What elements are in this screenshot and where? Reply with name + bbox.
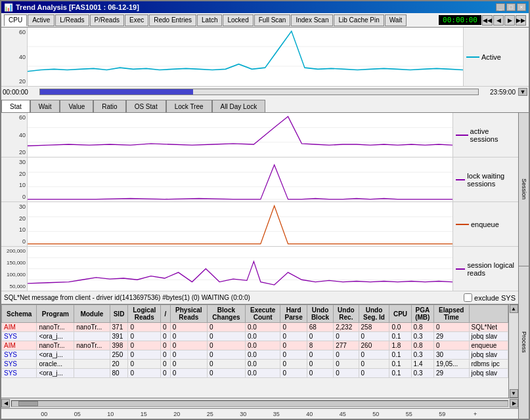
main-window: 📊 Trend Analysis [FAS1001 : 06-12-19] _ … [0, 0, 530, 420]
time-end: 23:59:00 [481, 89, 516, 96]
table-row[interactable]: AIMnanoTr...nanoTr...37100000.00682,2322… [2, 323, 508, 332]
tab-latch[interactable]: Latch [197, 14, 222, 26]
lock-waiting-legend: lock waiting sessions [453, 158, 518, 201]
tab-cpu[interactable]: CPU [4, 14, 27, 26]
col-module[interactable]: Module [74, 305, 110, 323]
scroll-left-button[interactable]: ◀ [1, 399, 10, 408]
process-panel-btn[interactable]: Process [519, 266, 529, 419]
close-button[interactable]: × [517, 3, 526, 11]
col-execute-count[interactable]: ExecuteCount [245, 305, 280, 323]
main-content: 60 40 20 [1, 113, 529, 419]
col-pga[interactable]: PGA(MB) [411, 305, 433, 323]
right-panel: Session Process [518, 113, 529, 419]
tab-wait[interactable]: Wait [30, 100, 60, 112]
tab-indexscan[interactable]: Index Scan [291, 14, 333, 26]
tick-05: 05 [61, 411, 95, 417]
nav-prev[interactable]: ◀ [493, 15, 504, 26]
col-physical-reads[interactable]: PhysicalReads [170, 305, 207, 323]
col-hard-parse[interactable]: HardParse [280, 305, 307, 323]
exclude-sys-checkbox[interactable] [464, 293, 472, 302]
col-undo-rec[interactable]: UndoRec. [334, 305, 359, 323]
expand-button[interactable]: ▼ [518, 88, 527, 96]
enqueue-chart-row: 30 20 10 0 [1, 202, 518, 247]
col-undo-seg[interactable]: UndoSeg. Id [359, 305, 389, 323]
svg-rect-0 [28, 28, 463, 86]
tab-locktree[interactable]: Lock Tree [166, 100, 212, 112]
scroll-down-button[interactable]: ▼ [510, 389, 518, 398]
tab-ratio[interactable]: Ratio [93, 100, 125, 112]
lock-waiting-color [456, 179, 465, 180]
app-icon: 📊 [4, 3, 13, 12]
scroll-track-h[interactable] [11, 400, 508, 407]
col-slash[interactable]: / [161, 305, 171, 323]
scroll-right-button[interactable]: ▶ [510, 399, 518, 408]
session-panel-btn[interactable]: Session [519, 113, 529, 266]
table-row[interactable]: SYS<ora_j...8000000.000000.10.329jobq sl… [2, 369, 508, 378]
tick-30: 30 [227, 411, 260, 417]
scroll-up-button[interactable]: ▲ [510, 304, 518, 313]
tab-preads[interactable]: P/Reads [90, 14, 124, 26]
col-elapsed[interactable]: ElapsedTime [434, 305, 469, 323]
tick-10: 10 [94, 411, 127, 417]
enqueue-chart [28, 202, 453, 246]
tab-lreads[interactable]: L/Reads [55, 14, 89, 26]
tick-20: 20 [160, 411, 194, 417]
enqueue-color [456, 224, 469, 225]
minimize-button[interactable]: _ [496, 3, 505, 11]
maximize-button[interactable]: □ [506, 3, 516, 11]
logical-reads-color [456, 268, 465, 270]
table-row[interactable]: SYS<ora_j...25000000.000000.10.330jobq s… [2, 350, 508, 360]
tab-fullscan[interactable]: Full Scan [254, 14, 291, 26]
table-header-row: Schema Program Module SID LogicalReads /… [2, 305, 508, 323]
session-table-container[interactable]: Schema Program Module SID LogicalReads /… [1, 304, 508, 398]
tab-exec[interactable]: Exec [125, 14, 148, 26]
tab-value[interactable]: Value [60, 100, 93, 112]
nav-prev-prev[interactable]: ◀◀ [482, 15, 493, 26]
col-undo-block[interactable]: UndoBlock [307, 305, 333, 323]
tab-osstat[interactable]: OS Stat [126, 100, 166, 112]
tab-locked[interactable]: Locked [223, 14, 253, 26]
active-legend-item: Active [466, 53, 526, 61]
table-row[interactable]: SYSoracle...2000000.000000.11.419,05...r… [2, 360, 508, 369]
col-cpu[interactable]: CPU [389, 305, 411, 323]
active-sessions-legend-item: active sessions [456, 127, 516, 143]
active-sessions-chart [28, 113, 453, 157]
col-block-changes[interactable]: BlockChanges [207, 305, 245, 323]
col-schema[interactable]: Schema [2, 305, 37, 323]
col-program[interactable]: Program [37, 305, 74, 323]
tab-alldaylock[interactable]: All Day Lock [212, 100, 266, 112]
chart-tabs: Stat Wait Value Ratio OS Stat Lock Tree … [1, 100, 529, 113]
tick-50: 50 [359, 411, 393, 417]
title-text: 📊 Trend Analysis [FAS1001 : 06-12-19] [4, 3, 139, 12]
progress-container[interactable] [39, 89, 479, 95]
col-logical-reads[interactable]: LogicalReads [128, 305, 161, 323]
tick-35: 35 [260, 411, 294, 417]
tab-active[interactable]: Active [28, 14, 55, 26]
nav-next[interactable]: ▶▶ [516, 15, 526, 26]
logical-reads-chart-row: 200,000 150,000 100,000 50,000 [1, 247, 518, 291]
enqueue-yaxis: 30 20 10 0 [1, 202, 28, 246]
exclude-sys-control: exclude SYS [464, 293, 516, 302]
col-sid[interactable]: SID [110, 305, 128, 323]
col-extra[interactable] [469, 305, 508, 323]
table-row[interactable]: SYS<ora_j...39100000.000000.10.329jobq s… [2, 332, 508, 341]
svg-rect-6 [28, 158, 453, 201]
tab-stat[interactable]: Stat [1, 100, 30, 112]
window-controls: _ □ × [496, 3, 526, 11]
tick-55: 55 [393, 411, 426, 417]
scroll-thumb[interactable] [18, 401, 38, 406]
vertical-scrollbar[interactable]: ▲ ▼ [508, 304, 518, 398]
lock-waiting-chart [28, 158, 453, 201]
time-start: 00:00:00 [3, 89, 37, 96]
active-chart [28, 28, 463, 86]
nav-play[interactable]: ▶ [504, 15, 515, 26]
tab-wait[interactable]: Wait [385, 14, 407, 26]
svg-rect-3 [28, 113, 453, 157]
tick-40: 40 [293, 411, 326, 417]
active-color [466, 56, 479, 58]
tab-libcache[interactable]: Lib Cache Pin [334, 14, 384, 26]
tab-redo[interactable]: Redo Entries [149, 14, 196, 26]
table-row[interactable]: AIMnanoTr...nanoTr...39800000.0082772601… [2, 341, 508, 350]
horizontal-scrollbar[interactable]: ◀ ▶ [1, 398, 518, 408]
lock-waiting-chart-row: 30 20 10 0 [1, 158, 518, 202]
